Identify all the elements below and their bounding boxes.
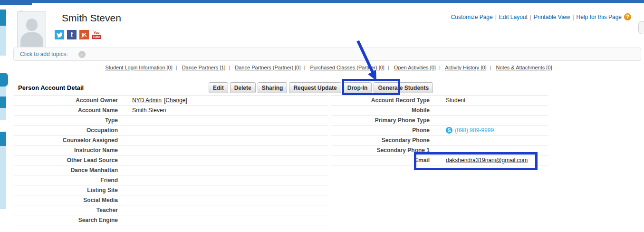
account-owner-link[interactable]: NYD Admin <box>132 97 162 104</box>
help-icon[interactable]: ? <box>624 13 631 20</box>
field-label: Account Owner <box>14 97 125 104</box>
field-label: Teacher <box>14 207 125 213</box>
field-label: Friend <box>14 177 125 184</box>
field-row-counselor-assigned: Counselor Assigned <box>14 135 328 145</box>
field-row-secondary-phone: Secondary Phone <box>331 135 548 145</box>
field-row-other-lead-source: Other Lead Source <box>14 155 328 165</box>
related-list-links: Student Login Information [0]| Dance Par… <box>13 65 644 70</box>
field-label: Email <box>331 157 436 164</box>
field-label: Instructor Name <box>14 147 125 154</box>
related-link-dance-partners-partner[interactable]: Dance Partners (Partner) [0] <box>235 65 300 70</box>
facebook-icon[interactable]: f <box>67 30 77 39</box>
field-value: Smith Steven <box>125 107 166 114</box>
related-link-open-activities[interactable]: Open Activities [0] <box>394 65 436 70</box>
sidebar-tab[interactable] <box>0 73 8 87</box>
field-label: Counselor Assigned <box>14 137 125 144</box>
email-link[interactable]: dakshendra319nani@gmail.com <box>446 157 528 164</box>
add-topics-label: Click to add topics: <box>20 51 68 58</box>
sidebar-tab[interactable] <box>0 97 6 108</box>
change-owner-link[interactable]: [Change] <box>164 97 187 104</box>
annotation-arrow <box>352 38 385 84</box>
sidebar-tab[interactable] <box>0 146 6 209</box>
sidebar-tab[interactable] <box>0 10 6 26</box>
top-bar-left-segment <box>0 0 32 5</box>
field-label: Search Engine <box>14 217 125 223</box>
field-label: Mobile <box>331 107 436 114</box>
customize-page-link[interactable]: Customize Page <box>451 14 493 20</box>
related-link-activity-history[interactable]: Activity History [0] <box>445 65 486 70</box>
field-row-type: Type <box>14 116 328 126</box>
section-title: Person Account Detail <box>18 84 84 91</box>
field-row-secondary-phone-1: Secondary Phone 1 <box>331 145 548 155</box>
field-label: Account Record Type <box>331 97 436 104</box>
field-value: Student <box>436 97 465 104</box>
right-panel-handle[interactable] <box>638 21 644 34</box>
field-row-dance-manhattan: Dance Manhattan <box>14 165 328 175</box>
field-row-instructor-name: Instructor Name <box>14 145 328 155</box>
related-link-notes-attachments[interactable]: Notes & Attachments [0] <box>496 65 552 70</box>
field-label: Phone <box>331 127 436 134</box>
field-row-account-name: Account Name Smith Steven <box>14 106 328 116</box>
field-label: Listing Site <box>14 187 125 193</box>
field-label: Secondary Phone 1 <box>331 147 436 154</box>
avatar-silhouette-icon <box>26 19 38 31</box>
related-link-student-login-information[interactable]: Student Login Information [0] <box>105 65 172 70</box>
edit-layout-link[interactable]: Edit Layout <box>499 14 528 20</box>
field-label: Account Name <box>14 107 125 114</box>
skype-icon[interactable]: S <box>446 127 452 134</box>
field-row-social-media: Social Media <box>14 195 328 205</box>
field-row-primary-phone-type: Primary Phone Type <box>331 116 548 126</box>
detail-fields-left-column: Account Owner NYD Admin [Change] Account… <box>14 95 328 225</box>
field-row-account-record-type: Account Record Type Student <box>331 96 548 106</box>
phone-link[interactable]: (898) 989-9999 <box>455 127 494 134</box>
detail-button-row: Edit Delete Sharing Request Update Drop-… <box>209 82 433 93</box>
page-title: Smith Steven <box>62 12 121 24</box>
info-icon[interactable]: i <box>78 51 86 58</box>
field-row-phone: Phone S (898) 989-9999 <box>331 126 548 135</box>
top-bar <box>0 0 644 3</box>
field-row-teacher: Teacher <box>14 205 328 215</box>
field-row-mobile: Mobile <box>331 106 548 116</box>
field-row-listing-site: Listing Site <box>14 185 328 195</box>
klout-icon[interactable]: )K <box>79 30 89 39</box>
field-row-search-engine: Search Engine <box>14 215 328 225</box>
field-label: Occupation <box>14 127 125 134</box>
field-label: Type <box>14 117 125 124</box>
field-value: S (898) 989-9999 <box>436 127 494 134</box>
drop-in-button[interactable]: Drop-In <box>343 82 372 93</box>
printable-view-link[interactable]: Printable View <box>534 14 570 20</box>
contact-photo[interactable] <box>17 11 46 47</box>
help-for-this-page-link[interactable]: Help for this Page <box>577 14 622 20</box>
request-update-button[interactable]: Request Update <box>289 82 341 93</box>
edit-button[interactable]: Edit <box>209 82 228 93</box>
page-action-links: Customize Page | Edit Layout | Printable… <box>451 13 631 20</box>
field-row-email: Email dakshendra319nani@gmail.com <box>331 155 548 165</box>
field-value: dakshendra319nani@gmail.com <box>436 157 528 164</box>
sharing-button[interactable]: Sharing <box>258 82 288 93</box>
field-label: Dance Manhattan <box>14 167 125 174</box>
sidebar-tab[interactable] <box>0 108 6 120</box>
related-link-dance-partners[interactable]: Dance Partners [1] <box>182 65 226 70</box>
delete-button[interactable]: Delete <box>230 82 256 93</box>
field-label: Other Lead Source <box>14 157 125 164</box>
field-row-friend: Friend <box>14 175 328 185</box>
sidebar-tab[interactable] <box>0 87 6 97</box>
salesforce-person-account-page: Smith Steven f )K You Tube Customize Pag… <box>0 0 644 232</box>
generate-students-button[interactable]: Generate Students <box>374 82 433 93</box>
field-row-occupation: Occupation <box>14 126 328 135</box>
twitter-icon[interactable] <box>55 30 64 39</box>
youtube-icon[interactable]: You Tube <box>92 30 101 39</box>
field-label: Secondary Phone <box>331 137 436 144</box>
sidebar-tab[interactable] <box>0 26 6 56</box>
related-link-purchased-classes-partner[interactable]: Purchased Classes (Partner) [0] <box>310 65 384 70</box>
sidebar-tab[interactable] <box>0 132 6 146</box>
field-label: Primary Phone Type <box>331 117 436 124</box>
detail-fields-right-column: Account Record Type Student Mobile Prima… <box>331 95 548 165</box>
add-topics-bar[interactable]: Click to add topics: i <box>13 48 641 61</box>
field-label: Social Media <box>14 197 125 203</box>
field-value: NYD Admin [Change] <box>125 97 187 104</box>
social-icons-row: f )K You Tube <box>55 30 101 39</box>
field-row-account-owner: Account Owner NYD Admin [Change] <box>14 96 328 106</box>
